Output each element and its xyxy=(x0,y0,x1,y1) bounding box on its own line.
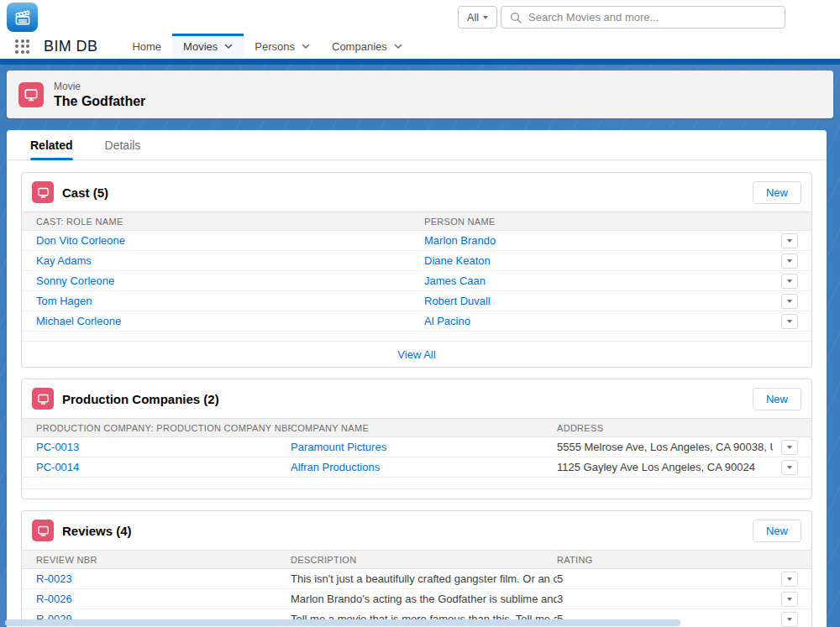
table-row: Don Vito Corleone Marlon Brando xyxy=(22,231,811,251)
search-scope-selector[interactable]: All xyxy=(458,6,497,29)
row-actions-button[interactable] xyxy=(781,460,798,475)
column-header: COMPANY NAME xyxy=(291,423,557,433)
nav-tabs: Home Movies Persons Companies xyxy=(121,34,412,59)
row-actions-button[interactable] xyxy=(781,274,798,289)
chevron-down-icon xyxy=(787,320,792,323)
empty-row xyxy=(22,478,811,489)
view-all-link[interactable]: View All xyxy=(397,348,435,361)
monitor-icon xyxy=(23,86,39,103)
related-list-header: Cast (5) New xyxy=(22,173,811,212)
related-list-title: Production Companies (2) xyxy=(62,392,219,406)
chevron-down-icon xyxy=(787,466,792,469)
search-scope-label: All xyxy=(467,12,479,24)
nav-tab-label: Companies xyxy=(332,40,387,53)
row-actions-button[interactable] xyxy=(781,233,798,248)
column-header: RATING xyxy=(557,555,773,565)
company-link[interactable]: Alfran Productions xyxy=(291,461,380,473)
person-link[interactable]: James Caan xyxy=(424,274,486,287)
record-meta: Movie The Godfather xyxy=(54,81,145,109)
table-row: R-0023 This isn't just a beautifully cra… xyxy=(22,569,811,589)
nav-tab-persons[interactable]: Persons xyxy=(244,34,321,59)
related-list-header: Reviews (4) New xyxy=(22,511,811,550)
table-row: PC-0014 Alfran Productions 1125 Gayley A… xyxy=(22,457,811,478)
table-row: Michael Corleone Al Pacino xyxy=(22,311,811,332)
search-icon xyxy=(510,12,522,24)
related-list-production-companies: Production Companies (2) New PRODUCTION … xyxy=(21,379,812,499)
empty-row xyxy=(22,332,811,342)
record-content-card: Related Details xyxy=(7,130,827,627)
description-cell: Marlon Brando's acting as the Godfather … xyxy=(291,593,557,605)
company-link[interactable]: Paramount Pictures xyxy=(291,441,386,453)
review-link[interactable]: R-0026 xyxy=(36,593,72,605)
person-link[interactable]: Al Pacino xyxy=(424,315,470,327)
cast-role-link[interactable]: Kay Adams xyxy=(36,254,92,267)
production-company-link[interactable]: PC-0014 xyxy=(36,461,79,473)
related-list-title: Cast (5) xyxy=(62,185,108,200)
chevron-down-icon[interactable] xyxy=(394,44,402,49)
monitor-icon xyxy=(36,185,50,200)
cast-role-link[interactable]: Sonny Corleone xyxy=(36,274,114,287)
table-row: Tom Hagen Robert Duvall xyxy=(22,291,811,311)
column-header: ADDRESS xyxy=(557,423,773,433)
person-link[interactable]: Robert Duvall xyxy=(424,295,491,307)
nav-tab-companies[interactable]: Companies xyxy=(321,34,413,59)
chevron-down-icon[interactable] xyxy=(224,44,233,49)
address-cell: 1125 Gayley Ave Los Angeles, CA 90024 xyxy=(557,461,773,473)
view-all-row: View All xyxy=(22,342,811,367)
cast-role-link[interactable]: Tom Hagen xyxy=(36,295,92,307)
row-actions-button[interactable] xyxy=(781,572,798,587)
nav-tab-label: Persons xyxy=(255,40,295,53)
cast-role-link[interactable]: Michael Corleone xyxy=(36,315,121,327)
new-review-button[interactable]: New xyxy=(753,520,801,542)
app-logo xyxy=(7,3,38,32)
chevron-down-icon xyxy=(787,280,792,283)
table-row: Kay Adams Diane Keaton xyxy=(22,251,811,271)
description-cell: This isn't just a beautifully crafted ga… xyxy=(291,572,557,585)
review-link[interactable]: R-0023 xyxy=(36,572,72,585)
monitor-icon xyxy=(36,524,50,538)
column-header: PERSON NAME xyxy=(424,217,773,227)
production-company-link[interactable]: PC-0013 xyxy=(36,441,79,453)
review-object-icon xyxy=(32,520,54,541)
page-title: The Godfather xyxy=(54,94,145,109)
horizontal-scrollbar[interactable] xyxy=(5,619,680,626)
nav-tab-home[interactable]: Home xyxy=(121,34,172,59)
chevron-down-icon xyxy=(787,598,792,601)
tab-related[interactable]: Related xyxy=(30,130,73,159)
chevron-down-icon[interactable] xyxy=(302,44,310,49)
clapperboard-icon xyxy=(12,7,34,29)
new-cast-button[interactable]: New xyxy=(753,181,801,204)
search-input[interactable] xyxy=(528,11,776,24)
chevron-down-icon xyxy=(787,300,792,303)
chevron-down-icon xyxy=(483,16,488,19)
table-header-row: PRODUCTION COMPANY: PRODUCTION COMPANY N… xyxy=(22,418,811,437)
tab-details[interactable]: Details xyxy=(105,130,141,159)
address-cell: 5555 Melrose Ave, Los Angeles, CA 90038,… xyxy=(557,441,773,453)
app-launcher-icon[interactable] xyxy=(15,39,29,54)
nav-tab-movies[interactable]: Movies xyxy=(172,34,244,59)
row-actions-button[interactable] xyxy=(781,592,798,607)
row-actions-button[interactable] xyxy=(781,294,798,309)
chevron-down-icon xyxy=(787,239,792,243)
table-row: R-0026 Marlon Brando's acting as the God… xyxy=(22,589,811,609)
global-header: All xyxy=(0,0,840,34)
person-link[interactable]: Diane Keaton xyxy=(424,254,491,267)
new-production-company-button[interactable]: New xyxy=(753,388,801,410)
row-actions-button[interactable] xyxy=(781,612,798,627)
record-object-label: Movie xyxy=(54,81,145,92)
page-background: Movie The Godfather Related Details xyxy=(0,65,840,627)
global-search: All xyxy=(458,6,785,29)
cast-role-link[interactable]: Don Vito Corleone xyxy=(36,234,125,247)
row-actions-button[interactable] xyxy=(781,314,798,329)
salesforce-app-window: All BIM DB Home Movies xyxy=(0,0,840,627)
row-actions-button[interactable] xyxy=(781,440,798,455)
person-link[interactable]: Marlon Brando xyxy=(424,234,496,247)
nav-tab-label: Home xyxy=(132,40,161,53)
chevron-down-icon xyxy=(787,618,792,621)
related-list-cast: Cast (5) New CAST: ROLE NAME PERSON NAME… xyxy=(21,172,812,368)
monitor-icon xyxy=(36,392,50,406)
row-actions-button[interactable] xyxy=(781,253,798,269)
related-list-reviews: Reviews (4) New REVIEW NBR DESCRIPTION R… xyxy=(21,510,812,627)
rating-cell: 5 xyxy=(557,572,773,585)
column-header: DESCRIPTION xyxy=(291,555,557,565)
